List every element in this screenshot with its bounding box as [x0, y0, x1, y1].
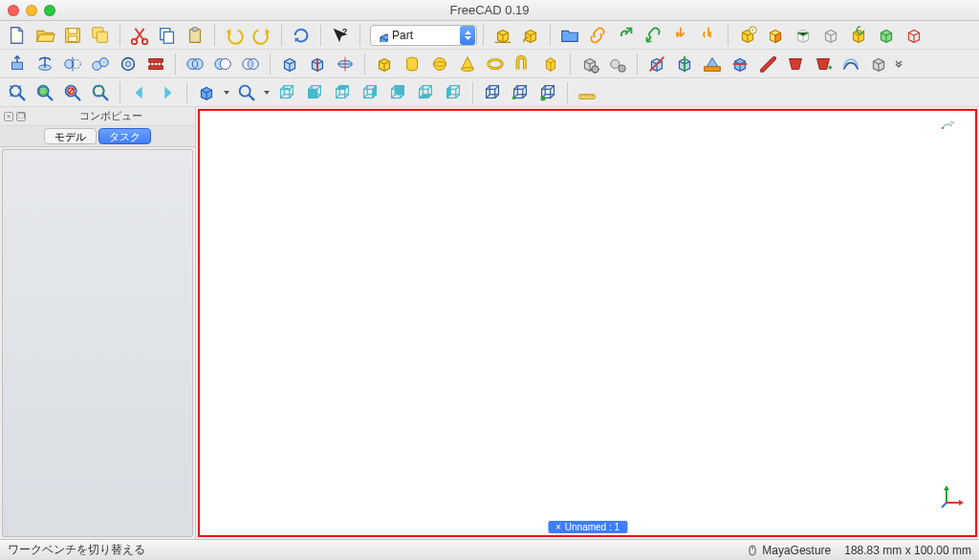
- measure-angle-box-icon[interactable]: [517, 23, 544, 48]
- section-x-icon[interactable]: [643, 52, 670, 76]
- prism-icon[interactable]: [537, 52, 564, 76]
- toolbar-row-2: [0, 50, 979, 78]
- view-top-icon[interactable]: [329, 80, 356, 105]
- projection-icon[interactable]: [865, 52, 892, 76]
- panel-detach-icon[interactable]: ❐: [16, 112, 26, 121]
- part-outline-icon[interactable]: [901, 23, 927, 48]
- toolbar-row-3: [0, 78, 979, 107]
- cylinder-icon[interactable]: [399, 52, 425, 76]
- loft-add-icon[interactable]: [810, 52, 837, 76]
- link-icon[interactable]: [584, 23, 611, 48]
- panel-close-icon[interactable]: ×: [4, 112, 13, 121]
- measure-distance-box-icon[interactable]: [490, 23, 516, 48]
- offset-3d-icon[interactable]: [754, 52, 781, 76]
- tab-model[interactable]: モデル: [44, 128, 97, 144]
- refresh-icon[interactable]: [288, 23, 315, 48]
- view-iso2-icon[interactable]: [273, 80, 300, 105]
- toolbar-separator: [175, 54, 176, 75]
- zoom-search-icon[interactable]: [233, 80, 260, 105]
- boolean-intersect-icon[interactable]: [237, 52, 264, 76]
- compound-icon[interactable]: [276, 52, 303, 76]
- view-rear-icon[interactable]: [384, 80, 411, 105]
- part-ghost-icon[interactable]: [817, 23, 844, 48]
- main-area: × ❐ コンボビュー モデル タスク m: [0, 107, 979, 539]
- box-wire-2-icon[interactable]: [507, 80, 533, 105]
- tab-task[interactable]: タスク: [98, 128, 151, 144]
- document-tab-close-icon[interactable]: ×: [555, 522, 561, 532]
- document-tab[interactable]: × Unnamed : 1: [548, 521, 627, 533]
- 3d-viewport[interactable]: m × Unnamed : 1: [198, 109, 977, 537]
- compound-split-icon[interactable]: [304, 52, 331, 76]
- extrude-icon[interactable]: [4, 52, 31, 76]
- boolean-union-icon[interactable]: [182, 52, 208, 76]
- save-file-icon[interactable]: [59, 23, 86, 48]
- copy-icon[interactable]: [154, 23, 181, 48]
- builder-gear-icon[interactable]: [577, 52, 603, 76]
- save-as-icon[interactable]: [87, 23, 114, 48]
- combo-view-content[interactable]: [2, 149, 193, 537]
- link-import-all-icon[interactable]: [695, 23, 722, 48]
- part-highlight-icon[interactable]: [790, 23, 816, 48]
- nav-forward-icon[interactable]: [154, 80, 181, 105]
- svg-point-6: [142, 38, 148, 43]
- svg-rect-72: [541, 96, 546, 100]
- part-green-icon[interactable]: [873, 23, 900, 48]
- cross-section-icon[interactable]: [727, 52, 753, 76]
- workbench-selector[interactable]: Part: [370, 25, 477, 46]
- iso-view-icon[interactable]: [193, 80, 220, 105]
- new-file-icon[interactable]: [4, 23, 31, 48]
- chamfer-icon[interactable]: [115, 52, 141, 76]
- shape-gear-icon[interactable]: [604, 52, 631, 76]
- thickness-icon[interactable]: [838, 52, 864, 76]
- open-file-icon[interactable]: [32, 23, 58, 48]
- part-cycle-icon[interactable]: [845, 23, 872, 48]
- pipe-icon[interactable]: [510, 52, 536, 76]
- view-left-icon[interactable]: [440, 80, 467, 105]
- loft-red-icon[interactable]: [782, 52, 809, 76]
- toolbar-overflow-icon[interactable]: [893, 52, 904, 76]
- ruler-icon[interactable]: [574, 80, 600, 105]
- paste-icon[interactable]: [182, 23, 208, 48]
- section-z-icon[interactable]: [671, 52, 698, 76]
- mirror-icon[interactable]: [59, 52, 86, 76]
- view-front-icon[interactable]: [301, 80, 328, 105]
- nav-style-indicator[interactable]: MayaGesture: [747, 544, 831, 557]
- link-import-icon[interactable]: [667, 23, 694, 48]
- box-wire-3-icon[interactable]: [534, 80, 561, 105]
- part-create-icon[interactable]: +: [734, 23, 761, 48]
- toolbar-separator: [281, 25, 282, 46]
- zoom-nosel-icon[interactable]: [59, 80, 86, 105]
- dropdown-arrow-icon[interactable]: [261, 80, 272, 105]
- dropdown-arrow-icon[interactable]: [221, 80, 232, 105]
- zoom-region-icon[interactable]: [87, 80, 114, 105]
- boolean-cut-icon[interactable]: [209, 52, 236, 76]
- svg-rect-40: [733, 63, 748, 65]
- redo-icon[interactable]: [249, 23, 275, 48]
- cone-icon[interactable]: [454, 52, 481, 76]
- section-plane-icon[interactable]: [699, 52, 726, 76]
- svg-rect-14: [12, 62, 23, 69]
- view-bottom-icon[interactable]: [412, 80, 439, 105]
- box-icon[interactable]: [371, 52, 398, 76]
- what-is-this-icon[interactable]: ?: [327, 23, 354, 48]
- workbench-dropdown-icon[interactable]: [460, 26, 475, 45]
- part-cube-face-icon[interactable]: [762, 23, 789, 48]
- toolbar-row-1: ?Part+: [0, 21, 979, 50]
- torus-icon[interactable]: [482, 52, 509, 76]
- revolve-icon[interactable]: [32, 52, 58, 76]
- cut-icon[interactable]: [126, 23, 153, 48]
- view-right-icon[interactable]: [357, 80, 383, 105]
- ruled-surface-icon[interactable]: [142, 52, 169, 76]
- link-external-icon[interactable]: [612, 23, 639, 48]
- link-replace-icon[interactable]: [640, 23, 666, 48]
- box-wire-1-icon[interactable]: [479, 80, 506, 105]
- zoom-fit-icon[interactable]: [4, 80, 31, 105]
- sphere-icon[interactable]: [426, 52, 453, 76]
- slice-icon[interactable]: [332, 52, 359, 76]
- group-icon[interactable]: [556, 23, 583, 48]
- zoom-select-icon[interactable]: [32, 80, 58, 105]
- fillet-icon[interactable]: [87, 52, 114, 76]
- svg-text:m: m: [950, 119, 954, 125]
- undo-icon[interactable]: [221, 23, 248, 48]
- nav-back-icon[interactable]: [126, 80, 153, 105]
